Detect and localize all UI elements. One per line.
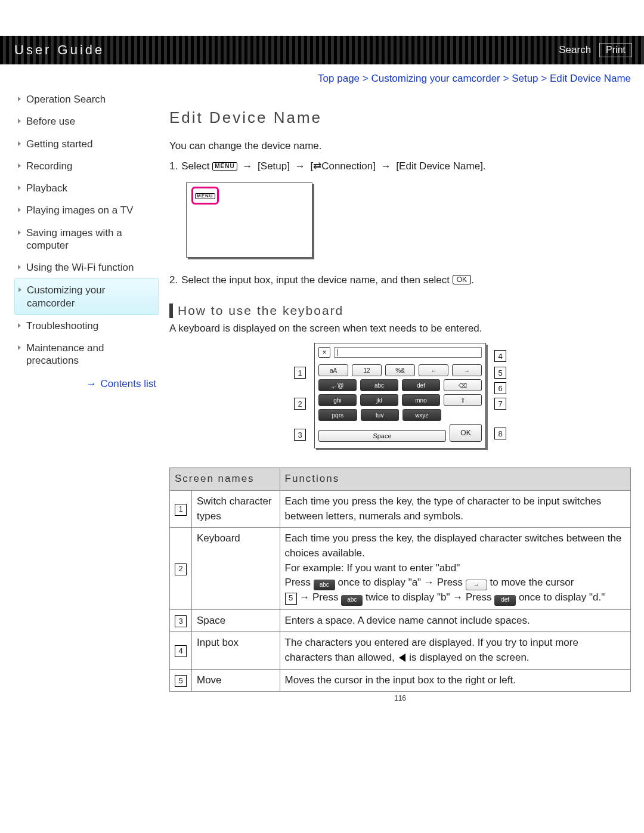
sidebar: Operation SearchBefore useGetting starte…	[14, 73, 159, 390]
step-2: 2. Select the input box, input the devic…	[169, 272, 631, 288]
row-index-4: 4	[175, 645, 187, 657]
page-number: 116	[169, 694, 631, 702]
row-func-3: Enters a space. A device name cannot inc…	[280, 609, 630, 632]
step-1-pre: Select	[181, 160, 209, 172]
callout-8: 8	[494, 428, 506, 439]
step-2-number: 2.	[169, 272, 178, 288]
row-name-1: Switch character types	[192, 491, 280, 528]
subheading: How to use the keyboard	[169, 304, 631, 318]
arrow-right-icon: →	[381, 158, 391, 174]
sidebar-item[interactable]: Playback	[14, 177, 159, 199]
triangle-left-icon	[399, 654, 405, 662]
callout-7: 7	[494, 398, 506, 410]
sidebar-item[interactable]: Recording	[14, 155, 159, 177]
sidebar-item[interactable]: Saving images with a computer	[14, 222, 159, 257]
def-chip-icon: def	[494, 595, 516, 606]
key-tuv: tuv	[361, 409, 400, 421]
swap-icon: ⇄	[313, 160, 321, 172]
sidebar-item[interactable]: Troubleshooting	[14, 315, 159, 337]
callout-5: 5	[494, 367, 506, 379]
row-name-4: Input box	[192, 632, 280, 669]
key-jkl: jkl	[360, 394, 398, 406]
callout-3: 3	[294, 429, 306, 441]
step-1: 1. Select MENU → [Setup] → [⇄Connection]…	[169, 158, 631, 174]
close-icon: ×	[318, 347, 330, 358]
row-func-5: Moves the cursor in the input box to the…	[280, 669, 630, 692]
step-1-edit: [Edit Device Name].	[396, 160, 485, 172]
sidebar-item[interactable]: Playing images on a TV	[14, 199, 159, 221]
sidebar-item[interactable]: Getting started	[14, 133, 159, 155]
row2-press3: Press	[466, 592, 491, 603]
row2-line2: For example: If you want to enter "abd"	[285, 562, 460, 574]
key-pqrs: pqrs	[318, 409, 357, 421]
table-row: 5 Move Moves the cursor in the input box…	[170, 669, 631, 692]
key-def: def	[402, 379, 440, 391]
table-row: 3 Space Enters a space. A device name ca…	[170, 609, 631, 632]
arrow-right-icon: →	[242, 158, 252, 174]
key-punct: .,-'@	[318, 379, 357, 391]
print-button[interactable]: Print	[599, 43, 632, 57]
step-2-period: .	[471, 274, 474, 286]
row2-twice-b: twice to display "b"	[366, 592, 450, 603]
sub-desc: A keyboard is displayed on the screen wh…	[169, 323, 631, 335]
abc-chip-icon: abc	[341, 595, 363, 606]
step-1-connection: Connection]	[321, 160, 376, 172]
arrow-right-icon: →	[295, 158, 305, 174]
row-func-2: Each time you press the key, the display…	[280, 528, 630, 609]
th-screen-names: Screen names	[170, 468, 280, 491]
sidebar-item[interactable]: Customizing your camcorder	[14, 278, 159, 315]
sidebar-item[interactable]: Operation Search	[14, 88, 159, 110]
menu-icon: MENU	[195, 193, 215, 199]
row-func-4: The characters you entered are displayed…	[280, 632, 630, 669]
right-arrow-chip-icon: →	[466, 580, 487, 590]
th-functions: Functions	[280, 468, 630, 491]
app-title: User Guide	[14, 42, 104, 58]
screen-figure-1: MENU	[186, 182, 312, 258]
row2-once-a: once to display "a"	[338, 577, 422, 588]
row2-once-d: once to display "d."	[519, 592, 605, 603]
step-1-setup: [Setup]	[258, 160, 290, 172]
row-name-2: Keyboard	[192, 528, 280, 609]
step-1-number: 1.	[169, 158, 178, 174]
arrow-right-icon: →	[424, 577, 437, 588]
row-index-5: 5	[175, 675, 187, 687]
key-abc: abc	[360, 379, 398, 391]
inline-callout-5: 5	[285, 593, 297, 605]
step-2-text: Select the input box, input the device n…	[181, 274, 450, 286]
arrow-right-key: →	[452, 364, 482, 376]
callout-2: 2	[294, 398, 306, 410]
main-content: Top page > Customizing your camcorder > …	[169, 73, 631, 702]
row2-move-cursor: to move the cursor	[490, 577, 574, 588]
intro-text: You can change the device name.	[169, 140, 631, 152]
breadcrumb[interactable]: Top page > Customizing your camcorder > …	[169, 73, 631, 95]
row4-b: is displayed on the screen.	[409, 652, 529, 663]
page-title: Edit Device Name	[169, 109, 631, 127]
keyboard-diagram: 1 2 3 4 5 6 7 8 × aA 12 %& ←	[287, 343, 513, 448]
row-index-2: 2	[175, 563, 187, 575]
table-row: 4 Input box The characters you entered a…	[170, 632, 631, 669]
sidebar-item[interactable]: Maintenance and precautions	[14, 337, 159, 372]
row2-line1: Each time you press the key, the display…	[285, 532, 622, 559]
space-key: Space	[318, 430, 446, 442]
key-mno: mno	[402, 394, 440, 406]
row-index-3: 3	[175, 615, 187, 627]
sidebar-item[interactable]: Before use	[14, 110, 159, 132]
row2-press: Press	[285, 577, 311, 588]
arrow-right-icon: →	[86, 378, 97, 389]
contents-list-link[interactable]: → Contents list	[14, 372, 159, 390]
row-name-5: Move	[192, 669, 280, 692]
functions-table: Screen names Functions 1 Switch characte…	[169, 467, 631, 692]
menu-icon: MENU	[212, 162, 237, 171]
table-row: 2 Keyboard Each time you press the key, …	[170, 528, 631, 609]
callout-1: 1	[294, 367, 306, 379]
ok-key: OK	[450, 424, 482, 442]
menu-highlight: MENU	[191, 187, 219, 205]
sidebar-item[interactable]: Using the Wi-Fi function	[14, 256, 159, 278]
row-index-1: 1	[175, 504, 187, 516]
row2-press2a: Press	[437, 577, 463, 588]
row-name-3: Space	[192, 609, 280, 632]
search-link[interactable]: Search	[559, 44, 591, 56]
table-row: 1 Switch character types Each time you p…	[170, 491, 631, 528]
row-func-1: Each time you press the key, the type of…	[280, 491, 630, 528]
key-wxyz: wxyz	[402, 409, 441, 421]
